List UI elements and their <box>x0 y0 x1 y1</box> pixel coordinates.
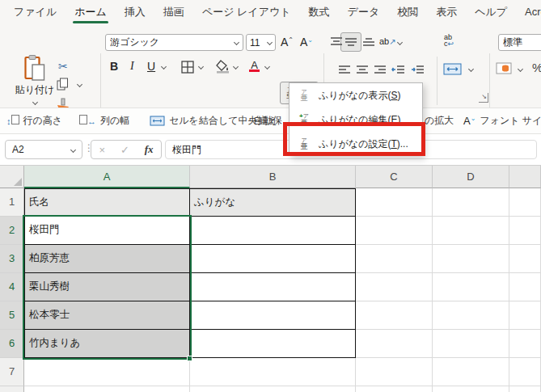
cell-A6[interactable]: 竹内まりあ <box>24 330 190 358</box>
font-name-combo[interactable]: 游ゴシック <box>105 34 243 51</box>
column-header-b[interactable]: B <box>190 166 356 188</box>
wrap-text-button[interactable]: ab c↩ <box>444 34 454 47</box>
row-header-5[interactable]: 5 <box>0 301 24 330</box>
cell-B4[interactable] <box>190 273 356 301</box>
enter-icon[interactable]: ✓ <box>120 144 129 156</box>
paste-button[interactable]: 貼り付け <box>13 55 57 115</box>
cell-A2-active[interactable]: 桜田門 <box>24 217 190 245</box>
cell-A5[interactable]: 松本零士 <box>24 301 190 330</box>
orientation-button[interactable]: ab↗ <box>379 36 396 46</box>
align-center-button[interactable] <box>356 65 369 75</box>
paste-chevron-icon[interactable] <box>32 99 37 105</box>
underline-chevron-icon[interactable] <box>161 64 167 70</box>
cell-E5-partial[interactable] <box>509 301 541 330</box>
merge-center-chevron-icon[interactable] <box>468 66 474 72</box>
top-align-button[interactable] <box>330 36 343 47</box>
cut-icon[interactable]: ✂ <box>58 60 68 73</box>
decrease-indent-button[interactable] <box>391 65 405 75</box>
increase-indent-button[interactable] <box>411 65 425 75</box>
align-right-button[interactable] <box>374 65 387 75</box>
cell-D3[interactable] <box>433 245 509 273</box>
cell-E2-partial[interactable] <box>509 217 541 245</box>
name-box-chevron-icon[interactable] <box>70 146 76 152</box>
row-header-2[interactable]: 2 <box>0 217 24 245</box>
tab-view[interactable]: 表示 <box>427 0 466 24</box>
currency-format-button[interactable] <box>496 62 512 75</box>
tab-home[interactable]: ホーム <box>66 0 116 24</box>
cell-B3[interactable] <box>190 245 356 273</box>
italic-button[interactable]: I <box>130 60 134 73</box>
bold-button[interactable]: B <box>110 60 118 73</box>
cell-C1[interactable] <box>356 188 433 217</box>
cell-C5[interactable] <box>356 301 433 330</box>
tab-help[interactable]: ヘルプ <box>466 0 516 24</box>
row-header-3[interactable]: 3 <box>0 245 24 273</box>
row-header-6[interactable]: 6 <box>0 330 24 358</box>
cell-D7[interactable] <box>433 358 509 386</box>
tab-formulas[interactable]: 数式 <box>300 0 339 24</box>
font-color-chevron-icon[interactable] <box>264 64 270 70</box>
cell-D2[interactable] <box>433 217 509 245</box>
zoom-fragment[interactable]: の拡大 <box>425 108 454 133</box>
font-name-chevron-icon[interactable] <box>234 40 239 45</box>
cell-B8-partial[interactable] <box>190 386 356 392</box>
cell-C2[interactable] <box>356 217 433 245</box>
cell-A7[interactable] <box>24 358 190 386</box>
column-header-a[interactable]: A <box>24 166 190 188</box>
font-color-button[interactable]: A <box>249 59 260 72</box>
cell-C6[interactable] <box>356 330 433 358</box>
alignment-dialog-launcher-icon[interactable]: ↘ <box>479 93 488 103</box>
column-header-c[interactable]: C <box>356 166 433 188</box>
currency-chevron-icon[interactable] <box>518 66 523 72</box>
font-size-chevron-icon[interactable] <box>267 40 273 45</box>
cell-C7[interactable] <box>356 358 433 386</box>
menu-item-furigana-settings[interactable]: ア 亜 ふりがなの設定(T)... <box>290 132 422 156</box>
name-box[interactable]: A2 <box>5 140 82 159</box>
row-height-button[interactable]: ↕ 行の高さ <box>6 108 62 133</box>
merge-center-button[interactable] <box>443 63 462 75</box>
orientation-chevron-icon[interactable] <box>397 40 403 45</box>
select-all-corner[interactable] <box>0 166 24 188</box>
cell-D1[interactable] <box>433 188 509 217</box>
increase-font-size-button[interactable]: A⌃ <box>281 35 294 49</box>
align-left-button[interactable] <box>338 65 351 75</box>
insert-function-button[interactable]: fx <box>145 143 154 156</box>
cell-E1-partial[interactable] <box>509 188 541 217</box>
row-header-8-partial[interactable] <box>0 386 24 392</box>
tab-draw[interactable]: 描画 <box>154 0 193 24</box>
tab-acrobat[interactable]: Acrobat <box>516 0 541 24</box>
tab-review[interactable]: 校閲 <box>388 0 427 24</box>
font-size-shrink-button[interactable]: A⌄ フォント サイズの <box>463 108 541 133</box>
menu-item-edit-furigana[interactable]: +ア 亜 ふりがなの編集(E) <box>290 107 422 132</box>
fill-handle[interactable] <box>187 356 192 361</box>
tab-data[interactable]: データ <box>339 0 389 24</box>
cancel-icon[interactable]: × <box>99 144 105 156</box>
bottom-align-button[interactable] <box>362 36 375 47</box>
middle-align-button[interactable] <box>344 36 357 47</box>
borders-button[interactable] <box>181 61 194 74</box>
cell-C4[interactable] <box>356 273 433 301</box>
number-format-combo[interactable]: 標準 <box>498 34 541 51</box>
cell-C3[interactable] <box>356 245 433 273</box>
tab-page-layout[interactable]: ページ レイアウト <box>193 0 300 24</box>
font-size-combo[interactable]: 11 <box>246 34 276 51</box>
cell-A1[interactable]: 氏名 <box>24 188 190 217</box>
cell-B6[interactable] <box>190 330 356 358</box>
cell-A4[interactable]: 栗山秀樹 <box>24 273 190 301</box>
cell-E8-partial[interactable] <box>509 386 541 392</box>
column-width-button[interactable]: ↔ 列の幅 <box>79 108 129 133</box>
cell-A3[interactable]: 柏原芳恵 <box>24 245 190 273</box>
fill-color-button[interactable] <box>216 60 230 74</box>
copy-chevron-icon[interactable] <box>77 82 82 87</box>
decrease-font-size-button[interactable]: A⌄ <box>300 35 313 49</box>
column-header-d[interactable]: D <box>433 166 509 188</box>
copy-icon[interactable] <box>57 78 69 91</box>
percent-style-button[interactable]: % <box>532 61 541 74</box>
cell-D8-partial[interactable] <box>433 386 509 392</box>
cell-E3-partial[interactable] <box>509 245 541 273</box>
column-header-e-partial[interactable] <box>509 166 541 188</box>
borders-chevron-icon[interactable] <box>198 64 204 70</box>
row-header-1[interactable]: 1 <box>0 188 24 217</box>
cell-E7-partial[interactable] <box>509 358 541 386</box>
tab-insert[interactable]: 挿入 <box>116 0 154 24</box>
